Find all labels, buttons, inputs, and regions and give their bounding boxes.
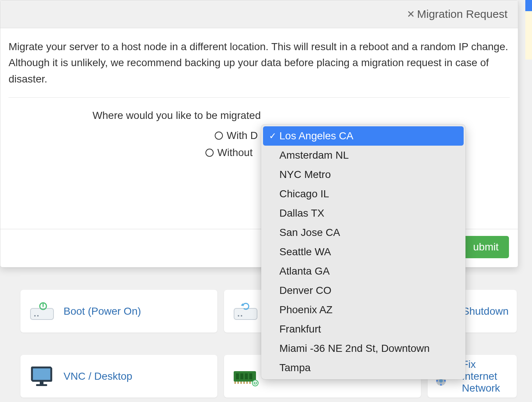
card-label: VNC / Desktop bbox=[64, 370, 132, 382]
svg-point-1 bbox=[34, 315, 36, 317]
option-label: Chicago IL bbox=[279, 188, 329, 200]
svg-rect-25 bbox=[246, 382, 248, 384]
option-label: Denver CO bbox=[279, 285, 331, 296]
card-label: Boot (Power On) bbox=[64, 305, 141, 317]
svg-rect-19 bbox=[245, 373, 248, 379]
svg-rect-22 bbox=[237, 382, 239, 384]
svg-rect-17 bbox=[236, 373, 239, 379]
option-label: Amsterdam NL bbox=[279, 149, 349, 161]
location-option[interactable]: ✓Los Angeles CA bbox=[263, 126, 464, 146]
svg-point-6 bbox=[238, 315, 239, 317]
svg-rect-20 bbox=[249, 373, 252, 379]
svg-rect-26 bbox=[249, 382, 251, 384]
radio-icon bbox=[205, 149, 214, 157]
location-option[interactable]: Miami -36 NE 2nd St, Downtown bbox=[263, 339, 464, 358]
location-option[interactable]: NYC Metro bbox=[263, 165, 464, 184]
location-label: Where would you like to be migrated bbox=[9, 110, 267, 121]
monitor-icon bbox=[29, 363, 55, 390]
svg-rect-15 bbox=[36, 384, 47, 386]
option-label: Seattle WA bbox=[279, 246, 331, 258]
check-icon: ✓ bbox=[269, 131, 279, 141]
option-label: Miami -36 NE 2nd St, Downtown bbox=[279, 343, 430, 354]
svg-point-7 bbox=[241, 315, 242, 317]
svg-rect-0 bbox=[30, 308, 53, 320]
action-card-boot[interactable]: Boot (Power On) bbox=[20, 290, 217, 333]
radio-icon bbox=[215, 132, 223, 140]
location-option[interactable]: Chicago IL bbox=[263, 184, 464, 204]
svg-point-2 bbox=[37, 315, 39, 317]
drive-refresh-icon bbox=[232, 298, 259, 325]
modal-title: Migration Request bbox=[417, 8, 507, 20]
option-label: San Jose CA bbox=[279, 227, 340, 239]
svg-rect-24 bbox=[243, 382, 245, 384]
location-dropdown[interactable]: ✓Los Angeles CAAmsterdam NLNYC MetroChic… bbox=[261, 124, 466, 379]
option-label: Los Angeles CA bbox=[279, 130, 353, 142]
card-label-line1: Fix Internet bbox=[462, 359, 509, 382]
location-option[interactable]: Tampa bbox=[263, 358, 464, 377]
location-row: Where would you like to be migrated bbox=[9, 110, 510, 121]
radio-label: Without bbox=[217, 147, 253, 159]
option-label: Frankfurt bbox=[279, 323, 321, 335]
svg-rect-21 bbox=[234, 382, 236, 384]
close-icon[interactable]: ✕ bbox=[407, 9, 415, 19]
location-option[interactable]: Phoenix AZ bbox=[263, 300, 464, 320]
svg-rect-12 bbox=[32, 367, 51, 380]
submit-button[interactable]: ubmit bbox=[463, 236, 509, 258]
radio-label: With D bbox=[227, 130, 258, 142]
location-option[interactable]: Frankfurt bbox=[263, 320, 464, 339]
decoration-pale-strip bbox=[525, 11, 532, 59]
divider bbox=[9, 97, 510, 98]
ram-icon bbox=[232, 363, 259, 390]
power-on-drive-icon bbox=[29, 298, 55, 325]
svg-rect-18 bbox=[240, 373, 243, 379]
option-label: Atlanta GA bbox=[279, 265, 330, 277]
location-option[interactable]: Seattle WA bbox=[263, 242, 464, 262]
location-option[interactable]: San Jose CA bbox=[263, 223, 464, 242]
location-option[interactable]: Atlanta GA bbox=[263, 262, 464, 281]
card-label-line2: Network bbox=[462, 382, 509, 394]
svg-rect-5 bbox=[234, 308, 257, 320]
location-option[interactable]: Dallas TX bbox=[263, 204, 464, 223]
option-label: Tampa bbox=[279, 362, 311, 374]
location-option[interactable]: Denver CO bbox=[263, 281, 464, 300]
option-label: NYC Metro bbox=[279, 169, 331, 181]
option-label: Dallas TX bbox=[279, 207, 324, 219]
svg-rect-23 bbox=[240, 382, 242, 384]
card-label: Shutdown bbox=[462, 305, 509, 317]
option-label: Phoenix AZ bbox=[279, 304, 332, 316]
location-option[interactable]: Amsterdam NL bbox=[263, 146, 464, 165]
modal-header: ✕ Migration Request bbox=[0, 0, 518, 28]
svg-point-34 bbox=[439, 379, 443, 383]
svg-rect-14 bbox=[40, 381, 43, 384]
action-card-vnc[interactable]: VNC / Desktop bbox=[20, 355, 217, 398]
modal-description: Migrate your server to a host node in a … bbox=[9, 39, 510, 87]
decoration-blue-strip bbox=[525, 0, 532, 11]
svg-marker-8 bbox=[241, 303, 244, 306]
